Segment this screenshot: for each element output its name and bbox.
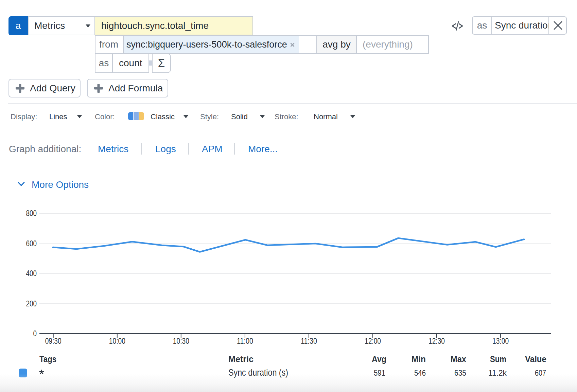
svg-text:0: 0 [33, 329, 37, 338]
svg-text:Value: Value [525, 354, 546, 364]
svg-text:11:30: 11:30 [301, 337, 317, 345]
svg-text:Min: Min [412, 354, 426, 364]
svg-text:Tags: Tags [39, 354, 56, 364]
svg-text:Sum: Sum [490, 354, 506, 364]
svg-text:12:30: 12:30 [429, 337, 445, 345]
svg-text:Avg: Avg [372, 354, 386, 364]
svg-text:400: 400 [26, 269, 37, 278]
svg-text:800: 800 [26, 209, 37, 218]
svg-text:200: 200 [26, 299, 37, 308]
svg-text:09:30: 09:30 [45, 337, 62, 345]
svg-text:600: 600 [26, 239, 37, 248]
svg-text:Metric: Metric [228, 354, 253, 364]
svg-text:13:00: 13:00 [492, 337, 509, 345]
svg-text:Max: Max [451, 354, 466, 364]
svg-text:10:30: 10:30 [173, 337, 189, 345]
svg-text:11:00: 11:00 [237, 337, 253, 345]
svg-text:12:00: 12:00 [365, 337, 381, 345]
svg-text:10:00: 10:00 [109, 337, 125, 345]
